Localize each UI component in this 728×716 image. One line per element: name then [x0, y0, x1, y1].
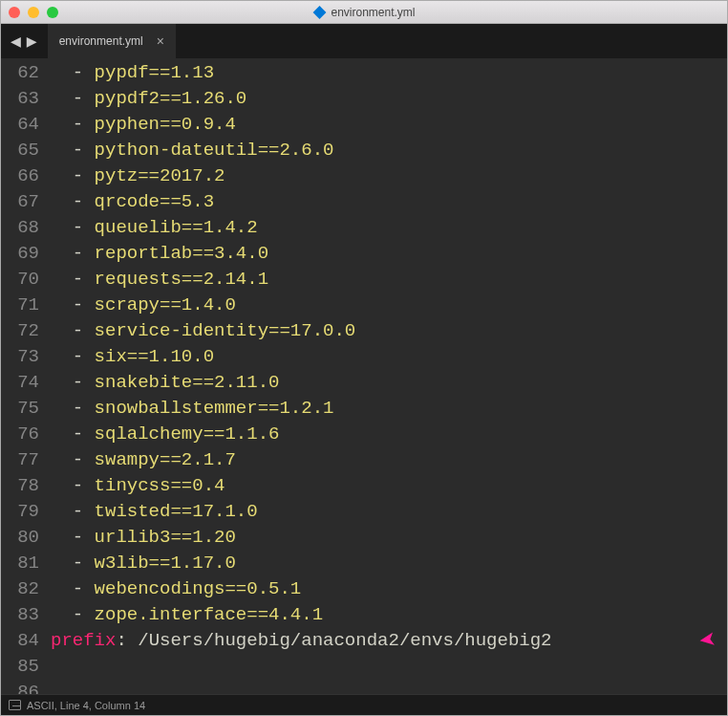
line-number: 71 — [1, 293, 51, 318]
window-titlebar: environment.yml — [1, 1, 727, 24]
code-content[interactable]: - snakebite==2.11.0 — [51, 370, 727, 396]
code-content[interactable]: - python-dateutil==2.6.0 — [51, 138, 727, 163]
code-line[interactable]: 62 - pypdf==1.13 — [1, 60, 727, 86]
code-content[interactable]: - requests==2.14.1 — [51, 267, 727, 293]
close-window-button[interactable] — [9, 7, 20, 18]
line-number: 78 — [1, 473, 51, 499]
line-number: 80 — [1, 525, 51, 551]
nav-arrows: ◀ ▶ — [1, 24, 47, 58]
code-content[interactable]: - six==1.10.0 — [51, 344, 727, 370]
editor-area[interactable]: 62 - pypdf==1.1363 - pypdf2==1.26.064 - … — [1, 58, 727, 694]
status-text: ASCII, Line 4, Column 14 — [27, 700, 145, 711]
code-line[interactable]: 70 - requests==2.14.1 — [1, 267, 727, 293]
code-line[interactable]: 67 - qrcode==5.3 — [1, 189, 727, 215]
code-line[interactable]: 75 - snowballstemmer==1.2.1 — [1, 396, 727, 422]
line-number: 82 — [1, 576, 51, 602]
code-line[interactable]: 76 - sqlalchemy==1.1.6 — [1, 422, 727, 447]
code-line[interactable]: 81 - w3lib==1.17.0 — [1, 551, 727, 576]
code-line[interactable]: 73 - six==1.10.0 — [1, 344, 727, 370]
code-content[interactable]: - pyphen==0.9.4 — [51, 112, 727, 138]
close-tab-icon[interactable]: × — [157, 33, 164, 49]
code-content[interactable]: - zope.interface==4.4.1 — [51, 602, 727, 628]
code-content[interactable]: - qrcode==5.3 — [51, 189, 727, 215]
line-number: 84 — [1, 628, 51, 654]
panel-icon[interactable] — [9, 700, 21, 710]
line-number: 66 — [1, 163, 51, 189]
code-content[interactable]: - snowballstemmer==1.2.1 — [51, 396, 727, 422]
code-line[interactable]: 85 — [1, 654, 727, 680]
traffic-lights — [9, 7, 58, 18]
code-content[interactable]: - sqlalchemy==1.1.6 — [51, 422, 727, 447]
line-number: 81 — [1, 551, 51, 576]
tab-bar: ◀ ▶ environment.yml × — [1, 24, 727, 58]
title-filename: environment.yml — [331, 6, 415, 19]
line-number: 85 — [1, 654, 51, 680]
code-line[interactable]: 79 - twisted==17.1.0 — [1, 499, 727, 525]
code-content[interactable]: - pypdf2==1.26.0 — [51, 86, 727, 112]
status-bar: ASCII, Line 4, Column 14 — [1, 694, 727, 715]
code-line[interactable]: 78 - tinycss==0.4 — [1, 473, 727, 499]
code-content[interactable]: - queuelib==1.4.2 — [51, 215, 727, 241]
code-line[interactable]: 65 - python-dateutil==2.6.0 — [1, 138, 727, 163]
line-number: 73 — [1, 344, 51, 370]
code-content[interactable]: - swampy==2.1.7 — [51, 447, 727, 473]
line-number: 77 — [1, 447, 51, 473]
titlebar-title: environment.yml — [312, 6, 415, 19]
code-line[interactable]: 83 - zope.interface==4.4.1 — [1, 602, 727, 628]
code-content[interactable]: - webencodings==0.5.1 — [51, 576, 727, 602]
tab-environment-yml[interactable]: environment.yml × — [47, 24, 177, 58]
code-content[interactable]: - w3lib==1.17.0 — [51, 551, 727, 576]
code-content[interactable]: prefix: /Users/hugebig/anaconda2/envs/hu… — [51, 628, 727, 654]
code-line[interactable]: 71 - scrapy==1.4.0 — [1, 293, 727, 318]
code-line[interactable]: 84prefix: /Users/hugebig/anaconda2/envs/… — [1, 628, 727, 654]
code-line[interactable]: 63 - pypdf2==1.26.0 — [1, 86, 727, 112]
code-line[interactable]: 80 - urllib3==1.20 — [1, 525, 727, 551]
line-number: 63 — [1, 86, 51, 112]
line-number: 75 — [1, 396, 51, 422]
tab-label: environment.yml — [59, 34, 143, 48]
line-number: 70 — [1, 267, 51, 293]
line-number: 65 — [1, 138, 51, 163]
code-line[interactable]: 66 - pytz==2017.2 — [1, 163, 727, 189]
line-number: 74 — [1, 370, 51, 396]
code-content[interactable]: - reportlab==3.4.0 — [51, 241, 727, 267]
nav-forward-icon[interactable]: ▶ — [25, 31, 39, 52]
code-content[interactable]: - pypdf==1.13 — [51, 60, 727, 86]
code-line[interactable]: 72 - service-identity==17.0.0 — [1, 318, 727, 344]
line-number: 79 — [1, 499, 51, 525]
vscode-icon — [313, 6, 327, 19]
code-line[interactable]: 77 - swampy==2.1.7 — [1, 447, 727, 473]
code-content[interactable]: - tinycss==0.4 — [51, 473, 727, 499]
code-line[interactable]: 68 - queuelib==1.4.2 — [1, 215, 727, 241]
code-content[interactable]: - pytz==2017.2 — [51, 163, 727, 189]
line-number: 76 — [1, 422, 51, 447]
line-number: 86 — [1, 680, 51, 694]
line-number: 72 — [1, 318, 51, 344]
line-number: 68 — [1, 215, 51, 241]
code-line[interactable]: 64 - pyphen==0.9.4 — [1, 112, 727, 138]
code-line[interactable]: 74 - snakebite==2.11.0 — [1, 370, 727, 396]
line-number: 62 — [1, 60, 51, 86]
code-content[interactable]: - service-identity==17.0.0 — [51, 318, 727, 344]
code-content[interactable]: - twisted==17.1.0 — [51, 499, 727, 525]
code-line[interactable]: 69 - reportlab==3.4.0 — [1, 241, 727, 267]
line-number: 64 — [1, 112, 51, 138]
code-line[interactable]: 86 — [1, 680, 727, 694]
code-line[interactable]: 82 - webencodings==0.5.1 — [1, 576, 727, 602]
code-content[interactable]: - urllib3==1.20 — [51, 525, 727, 551]
code-content[interactable]: - scrapy==1.4.0 — [51, 293, 727, 318]
line-number: 83 — [1, 602, 51, 628]
nav-back-icon[interactable]: ◀ — [9, 31, 23, 52]
line-number: 67 — [1, 189, 51, 215]
line-number: 69 — [1, 241, 51, 267]
maximize-window-button[interactable] — [47, 7, 58, 18]
minimize-window-button[interactable] — [28, 7, 39, 18]
